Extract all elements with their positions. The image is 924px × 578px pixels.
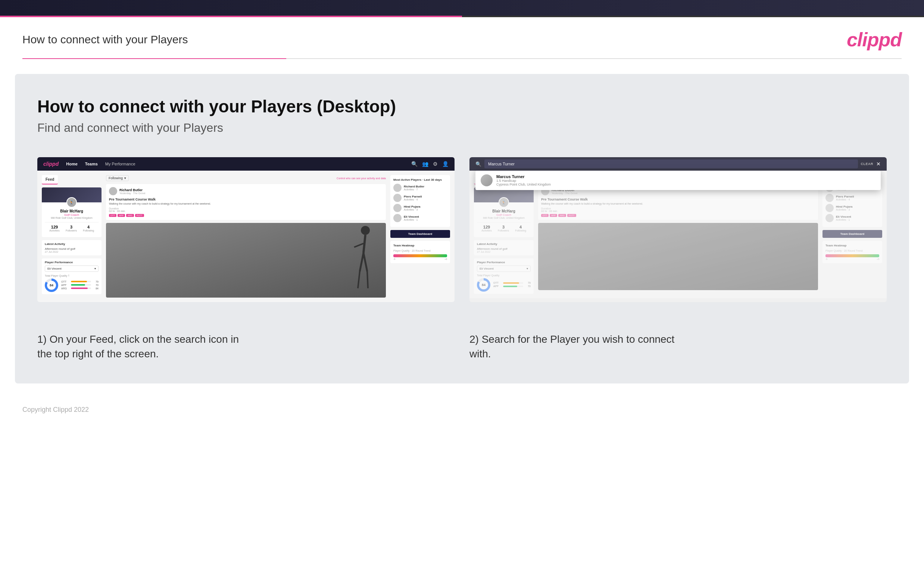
following-row: Following ▾ Control who can see your act… [106,175,386,181]
post-author-info: Richard Butler Yesterday · The Grove [120,188,146,195]
search-bar: 🔍 CLEAR ✕ [469,157,887,170]
top-bar [0,0,924,16]
search-result-info: Marcus Turner 1.5 Handicap Cypress Point… [496,174,551,186]
search-input[interactable] [484,159,858,169]
post-duration: Duration 02 hr : 00 min [109,207,383,213]
search-result-name: Marcus Turner [496,174,551,179]
step1-caption: 1) On your Feed, click on the search ico… [37,332,246,361]
step2-caption: 2) Search for the Player you wish to con… [469,332,678,361]
page-title: How to connect with your Players [23,33,188,46]
post-desc: Walking the course with my coach to buil… [109,202,383,205]
screenshots-row: clippd Home Teams My Performance 🔍 👥 ⚙ 👤 [37,157,887,302]
caption-2: 2) Search for the Player you wish to con… [469,321,887,361]
player-select[interactable]: Eli Vincent ▾ [45,265,99,272]
post-card: Richard Butler Yesterday · The Grove Pre… [106,184,386,220]
svg-line-5 [358,271,360,288]
bar-arg: ARG 84 [61,287,99,290]
stat-activities: 129 Activities [49,225,60,232]
mini-body-1: Feed 🏌 Blair McHarg Golf Coach Mill Ride… [37,170,455,302]
mini-nav-right: 🔍 👥 ⚙ 👤 [411,161,448,167]
heatmap-bar [393,254,447,257]
mini-nav-1: clippd Home Teams My Performance 🔍 👥 ⚙ 👤 [37,157,455,170]
svg-line-2 [354,244,364,247]
golfer-image [106,223,386,297]
footer: Copyright Clippd 2022 [0,398,924,421]
tag-app: APP [118,214,125,217]
profile-banner: 🏌 [42,187,102,202]
mini-right-panel: Most Active Players · Last 30 days Richa… [390,175,450,297]
search-result-avatar [481,174,493,186]
player-row-3: Hiral Pujara Activities · 3 [393,204,447,212]
screenshot-1: clippd Home Teams My Performance 🔍 👥 ⚙ 👤 [37,157,455,302]
team-dashboard-btn[interactable]: Team Dashboard [390,230,450,238]
nav-performance[interactable]: My Performance [105,162,136,166]
nav-home[interactable]: Home [66,162,78,166]
close-button[interactable]: ✕ [876,161,881,167]
mini-center-panel: Following ▾ Control who can see your act… [106,175,386,297]
search-icon-active: 🔍 [476,161,481,167]
desktop-subtitle: Find and connect with your Players [37,121,887,135]
player-row-2: Piers Parnell Activities · 4 [393,194,447,202]
captions-row: 1) On your Feed, click on the search ico… [37,321,887,361]
search-result-club: Cypress Point Club, United Kingdom [496,183,551,186]
most-active: Most Active Players · Last 30 days Richa… [390,175,450,227]
stat-following: 4 Following [83,225,94,232]
svg-line-3 [360,253,364,271]
player-avatar-3 [393,204,401,212]
bar-app: APP 70 [61,284,99,286]
search-dropdown: Marcus Turner 1.5 Handicap Cypress Point… [476,170,881,190]
users-icon[interactable]: 👥 [422,161,429,167]
player-row-4: Eli Vincent Activities · 1 [393,214,447,222]
mini-logo-1: clippd [43,161,58,167]
copyright: Copyright Clippd 2022 [23,406,89,413]
nav-teams[interactable]: Teams [85,162,98,166]
profile-avatar: 🏌 [66,197,77,208]
post-header: Richard Butler Yesterday · The Grove [109,187,383,195]
svg-line-6 [367,271,368,288]
quality-label: Total Player Quality ℹ [45,274,99,277]
heatmap-scale: -5 +5 [393,258,447,260]
svg-point-0 [361,226,370,235]
post-title: Pre Tournament Course Walk [109,198,383,201]
settings-icon[interactable]: ⚙ [433,161,438,167]
mini-app-1: clippd Home Teams My Performance 🔍 👥 ⚙ 👤 [37,157,455,302]
control-link[interactable]: Control who can see your activity and da… [337,177,386,180]
avatar-icon[interactable]: 👤 [442,161,448,167]
donut-chart: 84 [45,279,58,292]
player-row-1: Richard Butler Activities · 7 [393,184,447,192]
search-result-handicap: 1.5 Handicap [496,179,551,183]
golfer-svg [337,223,382,297]
post-tags: OTT APP ARG PUTT [109,214,383,217]
clear-button[interactable]: CLEAR [861,162,874,166]
heatmap-section: Team Heatmap Player Quality · 20 Round T… [390,241,450,263]
feed-tab[interactable]: Feed [42,175,58,185]
caption-1: 1) On your Feed, click on the search ico… [37,321,455,361]
post-avatar [109,187,117,195]
latest-activity: Latest Activity Afternoon round of golf … [42,240,102,255]
player-performance: Player Performance Eli Vincent ▾ Total P… [42,258,102,294]
profile-card: 🏌 Blair McHarg Golf Coach Mill Ride Golf… [42,187,102,237]
main-content: How to connect with your Players (Deskto… [15,74,909,383]
stat-followers: 3 Followers [66,225,77,232]
search-icon[interactable]: 🔍 [411,161,417,167]
profile-role: Golf Coach [45,213,99,217]
header-divider [23,58,901,59]
quality-bars: OTT 79 APP 70 [61,281,99,291]
svg-line-1 [364,235,365,253]
tag-arg: ARG [126,214,134,217]
mini-left-panel-2: Feed 🏌 Blair McHarg Golf Coach Mill Ride… [474,175,534,294]
header: How to connect with your Players clippd [0,17,924,58]
search-result-marcus[interactable]: Marcus Turner 1.5 Handicap Cypress Point… [476,170,881,190]
mini-left-panel: Feed 🏌 Blair McHarg Golf Coach Mill Ride… [42,175,102,297]
tag-ott: OTT [109,214,117,217]
profile-name: Blair McHarg [45,209,99,213]
player-avatar-4 [393,214,401,222]
desktop-title: How to connect with your Players (Deskto… [37,96,887,117]
profile-club: Mill Ride Golf Club, United Kingdom [45,217,99,219]
screenshot-2: 🔍 CLEAR ✕ Feed 🏌 [469,157,887,302]
bar-ott: OTT 79 [61,281,99,283]
following-button[interactable]: Following ▾ [106,175,129,181]
clippd-logo: clippd [847,28,901,51]
profile-stats: 129 Activities 3 Followers 4 [45,222,99,234]
tag-putt: PUTT [135,214,144,217]
